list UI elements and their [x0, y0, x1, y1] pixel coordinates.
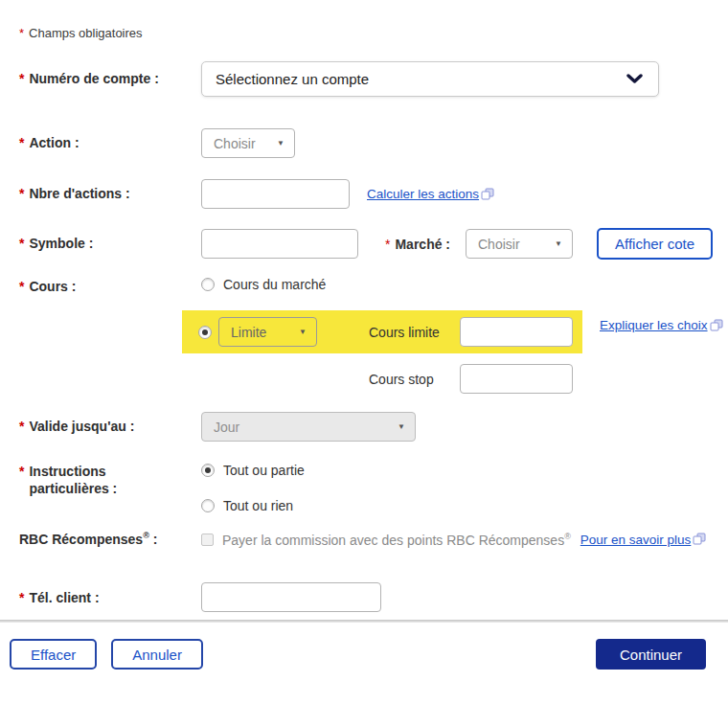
new-window-icon — [481, 188, 495, 201]
caret-down-icon: ▼ — [299, 329, 307, 336]
limit-type-select-value: Limite — [231, 325, 266, 340]
market-select-value: Choisir — [478, 237, 520, 252]
stop-price-label: Cours stop — [369, 372, 460, 387]
required-asterisk: * — [385, 237, 390, 252]
phone-label-text: Tél. client : — [29, 589, 99, 606]
caret-down-icon: ▼ — [398, 423, 405, 431]
shares-label: * Nbre d'actions : — [19, 185, 201, 202]
calculate-shares-link[interactable]: Calculer les actions — [367, 187, 495, 201]
required-asterisk: * — [19, 278, 24, 295]
continue-button[interactable]: Continuer — [596, 639, 706, 670]
account-select[interactable]: Sélectionnez un compte — [201, 61, 659, 97]
new-window-icon — [710, 319, 724, 332]
action-label: * Action : — [19, 134, 201, 151]
limit-price-radio[interactable] — [198, 326, 212, 339]
row-phone: * Tél. client : — [19, 582, 728, 612]
market-price-radio[interactable] — [201, 278, 215, 291]
required-asterisk: * — [19, 185, 24, 202]
required-asterisk: * — [19, 26, 24, 40]
clear-button[interactable]: Effacer — [10, 639, 97, 670]
row-action: * Action : Choisir ▼ — [19, 128, 728, 158]
rewards-label-main: RBC Récompenses — [19, 532, 143, 547]
limit-price-label: Cours limite — [369, 325, 460, 340]
required-asterisk: * — [19, 235, 24, 252]
instructions-label: * Instructions particulières : — [19, 463, 201, 497]
caret-down-icon: ▼ — [277, 140, 284, 148]
all-or-none-radio[interactable] — [201, 499, 215, 512]
stop-price-input — [460, 364, 573, 394]
all-or-part-radio[interactable] — [201, 464, 215, 477]
duration-label-text: Valide jusqu'au : — [29, 418, 134, 435]
duration-select: Jour ▼ — [201, 412, 416, 442]
registered-mark: ® — [564, 532, 571, 541]
limit-type-select[interactable]: Limite ▼ — [218, 317, 317, 347]
required-asterisk: * — [19, 418, 24, 435]
instructions-label-text: Instructions particulières : — [29, 463, 136, 497]
all-or-part-option: Tout ou partie — [201, 463, 305, 478]
all-or-part-radio-label[interactable]: Tout ou partie — [223, 463, 305, 478]
row-instructions: * Instructions particulières : Tout ou p… — [19, 463, 728, 513]
account-label: * Numéro de compte : — [19, 70, 201, 87]
chevron-down-icon — [626, 74, 643, 84]
required-asterisk: * — [19, 134, 24, 151]
row-rewards: RBC Récompenses® : Payer la commission a… — [19, 531, 728, 548]
new-window-icon — [693, 533, 707, 546]
row-price: * Cours : Cours du marché Limite ▼ Cours… — [19, 277, 728, 412]
learn-more-link-text: Pour en savoir plus — [580, 533, 692, 547]
rewards-label-text: RBC Récompenses® : — [19, 531, 157, 548]
price-label-text: Cours : — [29, 278, 76, 295]
stop-price-row: Cours stop — [201, 364, 582, 394]
caret-down-icon: ▼ — [555, 240, 562, 248]
duration-label: * Valide jusqu'au : — [19, 418, 201, 435]
show-quote-button[interactable]: Afficher cote — [597, 228, 713, 260]
explain-choices-link[interactable]: Expliquer les choix — [600, 318, 724, 332]
required-asterisk: * — [19, 589, 24, 606]
symbol-label-text: Symbole : — [29, 235, 93, 252]
market-select[interactable]: Choisir ▼ — [466, 229, 573, 259]
account-label-text: Numéro de compte : — [29, 70, 158, 87]
required-asterisk: * — [19, 463, 24, 480]
all-or-none-option: Tout ou rien — [201, 498, 305, 513]
phone-input[interactable] — [201, 582, 381, 612]
symbol-label: * Symbole : — [19, 235, 201, 252]
symbol-input[interactable] — [201, 229, 358, 259]
duration-select-value: Jour — [214, 420, 239, 435]
market-label: * Marché : — [385, 237, 466, 252]
market-price-radio-label[interactable]: Cours du marché — [223, 277, 326, 292]
action-select-value: Choisir — [214, 136, 256, 151]
calculate-shares-link-text: Calculer les actions — [367, 187, 479, 201]
limit-price-highlight-row: Limite ▼ Cours limite — [182, 310, 582, 353]
phone-label: * Tél. client : — [19, 589, 201, 606]
rewards-label: RBC Récompenses® : — [19, 531, 201, 548]
market-label-text: Marché : — [395, 237, 450, 252]
order-form-page: *Champs obligatoires * Numéro de compte … — [0, 0, 728, 704]
footer-buttons: Effacer Annuler Continuer — [0, 623, 728, 670]
rewards-checkbox-label: Payer la commission avec des points RBC … — [222, 532, 571, 548]
cancel-button[interactable]: Annuler — [111, 639, 203, 670]
action-label-text: Action : — [29, 134, 79, 151]
price-label: * Cours : — [19, 277, 201, 295]
account-select-value: Sélectionnez un compte — [216, 71, 369, 87]
required-fields-note: *Champs obligatoires — [19, 26, 728, 40]
row-duration: * Valide jusqu'au : Jour ▼ — [19, 412, 728, 442]
market-price-option: Cours du marché — [201, 277, 582, 292]
shares-input[interactable] — [201, 179, 350, 209]
row-account: * Numéro de compte : Sélectionnez un com… — [19, 61, 728, 97]
rewards-checkbox — [201, 534, 214, 546]
rewards-label-suffix: : — [149, 532, 158, 547]
action-select[interactable]: Choisir ▼ — [201, 128, 295, 158]
rewards-checkbox-label-text: Payer la commission avec des points RBC … — [222, 532, 564, 547]
required-note-text: Champs obligatoires — [29, 26, 143, 40]
required-asterisk: * — [19, 70, 24, 87]
row-shares: * Nbre d'actions : Calculer les actions — [19, 179, 728, 209]
registered-mark: ® — [143, 531, 149, 540]
limit-price-input[interactable] — [460, 317, 573, 347]
learn-more-link[interactable]: Pour en savoir plus — [580, 533, 708, 547]
explain-choices-link-text: Expliquer les choix — [600, 318, 708, 332]
shares-label-text: Nbre d'actions : — [29, 185, 129, 202]
row-symbol: * Symbole : * Marché : Choisir ▼ Affiche… — [19, 228, 728, 260]
all-or-none-radio-label[interactable]: Tout ou rien — [223, 498, 293, 513]
